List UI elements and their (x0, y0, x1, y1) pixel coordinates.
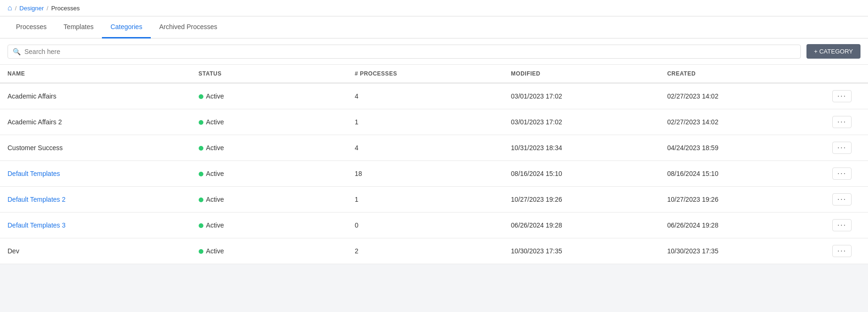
col-header-status: STATUS (191, 65, 348, 83)
row-created-date: 04/24/2023 18:59 (659, 135, 816, 161)
row-status: Active (191, 238, 348, 264)
row-actions-cell: ··· (816, 83, 868, 109)
table-header-row: NAME STATUS # PROCESSES MODIFIED CREATED (0, 65, 868, 83)
breadcrumb-current: Processes (51, 5, 80, 12)
categories-table: NAME STATUS # PROCESSES MODIFIED CREATED… (0, 65, 868, 264)
row-processes-count: 2 (347, 238, 504, 264)
table-container: NAME STATUS # PROCESSES MODIFIED CREATED… (0, 65, 868, 264)
search-wrapper: 🔍 (8, 45, 801, 59)
row-processes-count: 1 (347, 109, 504, 135)
tabs-bar: Processes Templates Categories Archived … (0, 16, 868, 38)
tab-processes[interactable]: Processes (8, 16, 55, 38)
status-active-dot (199, 146, 203, 151)
row-modified-date: 10/30/2023 17:35 (504, 238, 660, 264)
status-label: Active (206, 119, 224, 126)
row-actions-button[interactable]: ··· (832, 116, 852, 128)
row-actions-button[interactable]: ··· (832, 167, 852, 180)
row-processes-count: 0 (347, 213, 504, 238)
status-label: Active (206, 93, 224, 100)
row-actions-cell: ··· (816, 213, 868, 238)
row-processes-count: 4 (347, 135, 504, 161)
row-created-date: 10/27/2023 19:26 (659, 187, 816, 213)
status-active-dot (199, 94, 203, 99)
table-row: Default Templates 3Active006/26/2024 19:… (0, 213, 868, 238)
row-modified-date: 10/27/2023 19:26 (504, 187, 660, 213)
row-modified-date: 10/31/2023 18:34 (504, 135, 660, 161)
table-row: Academic AffairsActive403/01/2023 17:020… (0, 83, 868, 109)
col-header-created: CREATED (659, 65, 816, 83)
row-modified-date: 06/26/2024 19:28 (504, 213, 660, 238)
col-header-actions (816, 65, 868, 83)
search-input[interactable] (24, 48, 796, 55)
status-active-dot (199, 223, 203, 228)
main-container: Processes Templates Categories Archived … (0, 16, 868, 264)
row-name: Academic Affairs 2 (0, 109, 191, 135)
row-actions-cell: ··· (816, 238, 868, 264)
add-category-button[interactable]: + CATEGORY (806, 44, 860, 59)
row-status: Active (191, 109, 348, 135)
row-actions-button[interactable]: ··· (832, 193, 852, 205)
breadcrumb-sep-2: / (46, 5, 48, 12)
row-actions-button[interactable]: ··· (832, 219, 852, 231)
row-name-link[interactable]: Default Templates 2 (8, 196, 65, 203)
breadcrumb-bar: ⌂ / Designer / Processes (0, 0, 868, 16)
row-name: Customer Success (0, 135, 191, 161)
row-actions-button[interactable]: ··· (832, 142, 852, 154)
tab-templates[interactable]: Templates (55, 16, 102, 38)
row-created-date: 08/16/2024 15:10 (659, 161, 816, 187)
status-label: Active (206, 222, 224, 229)
breadcrumb-designer-link[interactable]: Designer (19, 5, 44, 12)
row-status: Active (191, 213, 348, 238)
row-name: Dev (0, 238, 191, 264)
row-actions-cell: ··· (816, 135, 868, 161)
row-status: Active (191, 83, 348, 109)
row-actions-cell: ··· (816, 161, 868, 187)
search-icon: 🔍 (13, 48, 21, 55)
row-processes-count: 18 (347, 161, 504, 187)
row-status: Active (191, 187, 348, 213)
toolbar: 🔍 + CATEGORY (0, 38, 868, 65)
tab-archived-processes[interactable]: Archived Processes (151, 16, 226, 38)
status-active-dot (199, 120, 203, 125)
col-header-name: NAME (0, 65, 191, 83)
row-status: Active (191, 135, 348, 161)
row-processes-count: 4 (347, 83, 504, 109)
row-name-link[interactable]: Default Templates 3 (8, 221, 65, 229)
status-label: Active (206, 170, 224, 178)
row-created-date: 02/27/2023 14:02 (659, 109, 816, 135)
status-active-dot (199, 249, 203, 254)
row-created-date: 02/27/2023 14:02 (659, 83, 816, 109)
tab-categories[interactable]: Categories (102, 16, 151, 38)
status-active-dot (199, 172, 203, 176)
status-label: Active (206, 196, 224, 204)
breadcrumb-sep-1: / (15, 5, 17, 12)
row-created-date: 10/30/2023 17:35 (659, 238, 816, 264)
row-actions-cell: ··· (816, 187, 868, 213)
status-active-dot (199, 198, 203, 202)
table-row: Default TemplatesActive1808/16/2024 15:1… (0, 161, 868, 187)
row-created-date: 06/26/2024 19:28 (659, 213, 816, 238)
table-row: Academic Affairs 2Active103/01/2023 17:0… (0, 109, 868, 135)
status-label: Active (206, 145, 224, 152)
row-processes-count: 1 (347, 187, 504, 213)
row-status: Active (191, 161, 348, 187)
table-row: DevActive210/30/2023 17:3510/30/2023 17:… (0, 238, 868, 264)
table-row: Default Templates 2Active110/27/2023 19:… (0, 187, 868, 213)
table-row: Customer SuccessActive410/31/2023 18:340… (0, 135, 868, 161)
row-name-link[interactable]: Default Templates (8, 170, 60, 177)
row-modified-date: 03/01/2023 17:02 (504, 83, 660, 109)
row-modified-date: 03/01/2023 17:02 (504, 109, 660, 135)
row-name: Academic Affairs (0, 83, 191, 109)
row-actions-button[interactable]: ··· (832, 245, 852, 257)
col-header-processes: # PROCESSES (347, 65, 504, 83)
col-header-modified: MODIFIED (504, 65, 660, 83)
status-label: Active (206, 248, 224, 255)
row-modified-date: 08/16/2024 15:10 (504, 161, 660, 187)
home-icon[interactable]: ⌂ (8, 4, 12, 12)
row-actions-button[interactable]: ··· (832, 90, 852, 102)
row-actions-cell: ··· (816, 109, 868, 135)
